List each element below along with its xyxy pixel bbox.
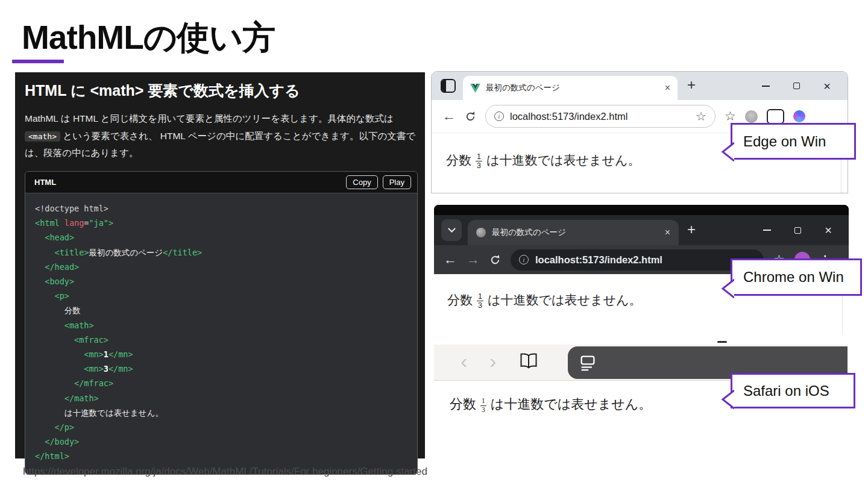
code-token xyxy=(35,262,45,272)
fraction-denominator: 3 xyxy=(477,161,481,170)
code-token xyxy=(35,335,74,345)
favorites-icon[interactable]: ☆ xyxy=(725,109,736,124)
code-token: <head> xyxy=(45,233,74,242)
code-line: <!doctype html> xyxy=(35,201,417,216)
favorite-star-icon[interactable]: ☆ xyxy=(696,109,706,124)
code-lines: <!doctype html><html lang="ja"> <head> <… xyxy=(25,193,417,474)
play-button[interactable]: Play xyxy=(383,175,411,189)
code-line: <html lang="ja"> xyxy=(35,216,417,230)
fraction: 1 3 xyxy=(476,152,482,170)
maximize-icon[interactable] xyxy=(793,83,800,89)
minimize-icon[interactable] xyxy=(763,230,771,231)
callout-tail xyxy=(720,278,734,299)
forward-icon[interactable]: → xyxy=(467,253,480,266)
code-token: <math> xyxy=(64,321,94,330)
code-token xyxy=(60,218,64,228)
code-header: HTML Copy Play xyxy=(25,172,417,193)
page-title: MathMLの使い方 xyxy=(22,16,275,60)
code-token xyxy=(35,248,55,257)
fraction-denominator: 3 xyxy=(478,301,482,310)
code-line: <body> xyxy=(35,274,417,289)
code-line: </mfrac> xyxy=(35,376,417,390)
code-token: "ja" xyxy=(89,218,108,228)
tab-search-button[interactable] xyxy=(441,219,462,241)
code-line: <p> xyxy=(35,289,417,303)
callout-chrome: Chrome on Win xyxy=(731,258,862,296)
code-token: </math> xyxy=(64,393,99,403)
code-language-label: HTML xyxy=(34,178,341,187)
refresh-icon[interactable] xyxy=(489,254,501,266)
back-icon[interactable]: ← xyxy=(444,253,457,266)
mdn-heading: HTML に <math> 要素で数式を挿入する xyxy=(25,81,415,101)
copy-button[interactable]: Copy xyxy=(346,175,377,189)
code-token: <title> xyxy=(55,248,89,257)
mdn-paragraph-text-before: MathML は HTML と同じ構文を用いて要素と属性のツリーを表します。具体… xyxy=(25,113,394,124)
code-line: </math> xyxy=(35,391,417,405)
fraction-numerator: 1 xyxy=(480,397,486,405)
workspaces-icon[interactable] xyxy=(441,79,456,93)
mdn-doc-panel: HTML に <math> 要素で数式を挿入する MathML は HTML と… xyxy=(15,72,425,458)
code-token xyxy=(35,349,84,359)
vue-logo-icon xyxy=(470,84,480,93)
edge-active-tab[interactable]: 最初の数式のページ × xyxy=(463,76,678,100)
code-token xyxy=(35,393,64,403)
tab-title: 最初の数式のページ xyxy=(492,227,659,238)
globe-icon xyxy=(476,228,486,237)
address-bar[interactable]: i localhost:5173/index2.html ☆ xyxy=(485,105,715,128)
new-tab-button[interactable]: + xyxy=(687,221,696,238)
chrome-tab-strip: 最初の数式のページ × + × xyxy=(434,215,849,245)
code-token xyxy=(35,233,45,242)
code-token xyxy=(35,437,45,446)
close-icon[interactable]: × xyxy=(823,80,831,92)
tab-overview-icon xyxy=(579,354,597,372)
refresh-icon[interactable] xyxy=(465,111,476,122)
rendered-sentence: 分数 1 3 は十進数では表せません。 xyxy=(447,291,641,309)
code-line: 分数 xyxy=(35,303,417,318)
code-token: 3 xyxy=(104,364,108,374)
close-icon[interactable]: × xyxy=(825,224,832,236)
code-token: > xyxy=(108,218,113,228)
new-tab-button[interactable]: + xyxy=(687,77,696,93)
sentence-after: は十進数では表せません。 xyxy=(486,152,640,169)
url-text: localhost:5173/index2.html xyxy=(535,254,662,266)
code-token: は十進数では表せません。 xyxy=(35,408,163,418)
copilot-icon[interactable] xyxy=(793,110,805,122)
code-token: <mn> xyxy=(84,349,104,359)
minimize-icon[interactable] xyxy=(762,86,770,87)
code-token: </mn> xyxy=(108,349,133,359)
code-token: </head> xyxy=(45,262,79,272)
callout-safari: Safari on iOS xyxy=(731,373,855,408)
safari-window-edge xyxy=(434,337,848,345)
back-icon[interactable]: ‹ xyxy=(461,349,467,373)
address-bar[interactable]: i localhost:5173/index2.html xyxy=(511,249,764,271)
chevron-down-icon xyxy=(448,225,456,233)
tab-close-icon[interactable]: × xyxy=(665,83,670,93)
code-line: <math> xyxy=(35,318,417,333)
code-line: </p> xyxy=(35,420,417,434)
mdn-paragraph-text-after: という要素で表され、 HTML ページの中に配置することができます。以下の文書で… xyxy=(25,131,415,158)
split-screen-icon[interactable] xyxy=(767,109,784,124)
site-info-icon[interactable]: i xyxy=(494,111,504,121)
chrome-window-edge xyxy=(434,205,849,215)
code-token: </html> xyxy=(35,451,69,461)
code-token: 分数 xyxy=(35,305,81,315)
bookmarks-book-icon[interactable] xyxy=(520,353,538,369)
callout-label: Safari on iOS xyxy=(743,383,829,399)
sentence-before: 分数 xyxy=(447,292,473,308)
code-token: 最初の数式のページ xyxy=(89,248,163,257)
sentence-before: 分数 xyxy=(446,152,471,169)
back-icon[interactable]: ← xyxy=(442,110,456,123)
tab-close-icon[interactable]: × xyxy=(665,227,670,238)
forward-icon[interactable]: › xyxy=(489,349,496,373)
fraction-numerator: 1 xyxy=(477,292,483,301)
code-line: <title>最初の数式のページ</title> xyxy=(35,245,417,260)
code-line: は十進数では表せません。 xyxy=(35,405,417,420)
callout-tail xyxy=(720,142,734,162)
sentence-before: 分数 xyxy=(450,395,476,413)
chrome-active-tab[interactable]: 最初の数式のページ × xyxy=(468,220,679,245)
code-token: <mn> xyxy=(84,364,104,374)
code-token: </title> xyxy=(163,248,202,257)
profile-avatar[interactable] xyxy=(745,110,758,123)
site-info-icon[interactable]: i xyxy=(519,255,529,264)
maximize-icon[interactable] xyxy=(794,227,801,234)
